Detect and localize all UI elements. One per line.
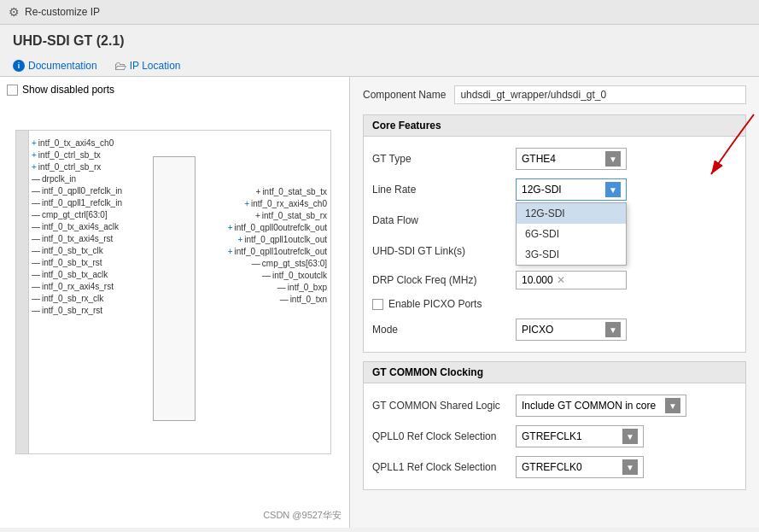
minus-icon: —: [32, 294, 40, 303]
mode-value: PICXO: [522, 324, 602, 336]
minus-icon: —: [280, 295, 289, 304]
list-item: intf_0_stat_sb_rx +: [252, 210, 330, 221]
gt-type-label: GT Type: [372, 153, 509, 165]
qpll1-select[interactable]: GTREFCLK0 ▼: [516, 456, 644, 478]
plus-icon: +: [237, 235, 242, 244]
plus-icon: +: [32, 150, 37, 160]
dropdown-item-6g[interactable]: 6G-SDI: [517, 224, 626, 244]
list-item: — cmp_gt_ctrl[63:0]: [28, 209, 126, 220]
list-item: + intf_0_ctrl_sb_rx: [28, 161, 126, 172]
title-bar: ⚙ Re-customize IP: [0, 0, 759, 25]
gt-type-arrow-icon: ▼: [605, 151, 621, 167]
list-item: cmp_gt_sts[63:0] —: [248, 258, 330, 269]
qpll0-value: GTREFCLK1: [522, 430, 619, 442]
minus-icon: —: [252, 259, 260, 268]
gt-type-value: GTHE4: [522, 153, 602, 165]
minus-icon: —: [32, 306, 40, 315]
minus-icon: —: [32, 234, 40, 243]
dropdown-item-3g[interactable]: 3G-SDI: [517, 244, 626, 265]
list-item: intf_0_qpll1outrefclk_out +: [225, 246, 330, 257]
line-rate-label: Line Rate: [372, 184, 509, 196]
title-bar-label: Re-customize IP: [25, 6, 100, 18]
list-item: — intf_0_tx_axi4s_aclk: [28, 221, 126, 232]
line-rate-row: Line Rate 12G-SDI ▼ 12G-SDI 6G-SDI 3G-SD…: [372, 174, 737, 205]
enable-picxo-row: Enable PICXO Ports: [372, 294, 737, 314]
component-name-input[interactable]: [454, 85, 746, 104]
gt-type-row: GT Type GTHE4 ▼: [372, 143, 737, 174]
plus-icon: +: [32, 138, 37, 148]
info-icon: i: [13, 60, 25, 72]
list-item: + intf_0_ctrl_sb_tx: [28, 149, 126, 161]
gt-type-select-container: GTHE4 ▼: [516, 148, 627, 170]
tab-ip-location-label: IP Location: [130, 60, 181, 72]
right-panel: Component Name Core Features GT Type GTH…: [350, 77, 759, 528]
tab-ip-location[interactable]: 🗁 IP Location: [114, 59, 181, 73]
schematic-area: + intf_0_tx_axi4s_ch0 + intf_0_ctrl_sb_t…: [15, 130, 331, 454]
shared-logic-arrow-icon: ▼: [665, 398, 680, 413]
shared-logic-value: Include GT COMMON in core: [522, 400, 662, 412]
list-item: — intf_0_sb_tx_clk: [28, 245, 126, 256]
component-name-row: Component Name: [363, 85, 746, 104]
line-rate-dropdown: 12G-SDI 6G-SDI 3G-SDI: [516, 202, 627, 266]
minus-icon: —: [32, 186, 40, 196]
tab-documentation[interactable]: i Documentation: [13, 60, 97, 72]
recustomize-icon: ⚙: [9, 5, 20, 19]
qpll0-row: QPLL0 Ref Clock Selection GTREFCLK1 ▼: [372, 421, 737, 452]
qpll1-label: QPLL1 Ref Clock Selection: [372, 461, 509, 473]
drp-clock-row: DRP Clock Freq (MHz) 10.000 ✕: [372, 266, 737, 294]
gt-type-select[interactable]: GTHE4 ▼: [516, 148, 627, 170]
plus-icon: +: [228, 223, 233, 232]
line-rate-value: 12G-SDI: [522, 184, 602, 196]
plus-icon: +: [32, 162, 37, 172]
minus-icon: —: [32, 198, 40, 208]
shared-logic-select[interactable]: Include GT COMMON in core ▼: [516, 395, 686, 417]
show-disabled-ports-label: Show disabled ports: [22, 84, 114, 96]
mode-select[interactable]: PICXO ▼: [516, 319, 627, 341]
list-item: intf_0_rx_axi4s_ch0 +: [241, 198, 330, 209]
line-rate-select[interactable]: 12G-SDI ▼: [516, 178, 627, 201]
qpll0-select[interactable]: GTREFCLK1 ▼: [516, 425, 644, 447]
list-item: — intf_0_rx_axi4s_rst: [28, 281, 126, 292]
list-item: intf_0_txn —: [277, 294, 330, 305]
tab-documentation-label: Documentation: [28, 60, 97, 72]
minus-icon: +: [255, 211, 260, 220]
list-item: intf_0_stat_sb_tx +: [253, 186, 330, 197]
plus-icon: +: [244, 199, 249, 208]
drp-clock-clear-icon[interactable]: ✕: [557, 274, 565, 286]
drp-clock-label: DRP Clock Freq (MHz): [372, 274, 509, 286]
gt-common-header: GT COMMON Clocking: [364, 362, 745, 383]
minus-icon: —: [32, 210, 40, 219]
minus-icon: —: [32, 270, 40, 279]
minus-icon: —: [32, 258, 40, 267]
shared-logic-row: GT COMMON Shared Logic Include GT COMMON…: [372, 390, 737, 421]
nav-tabs: i Documentation 🗁 IP Location: [0, 56, 759, 77]
qpll1-value: GTREFCLK0: [522, 461, 619, 473]
enable-picxo-label: Enable PICXO Ports: [388, 298, 482, 310]
enable-picxo-checkbox[interactable]: [372, 299, 383, 310]
core-features-body: GT Type GTHE4 ▼ Line Rate 12G-SDI: [364, 137, 745, 352]
minus-icon: —: [262, 271, 271, 280]
show-disabled-checkbox[interactable]: [7, 85, 18, 96]
list-item: — intf_0_qpll1_refclk_in: [28, 197, 126, 208]
minus-icon: —: [32, 282, 40, 291]
list-item: intf_0_txoutclk —: [259, 270, 330, 281]
folder-icon: 🗁: [114, 59, 126, 73]
minus-icon: —: [32, 174, 40, 184]
list-item: — intf_0_sb_rx_rst: [28, 305, 126, 316]
qpll1-arrow-icon: ▼: [622, 459, 638, 475]
qpll1-row: QPLL1 Ref Clock Selection GTREFCLK0 ▼: [372, 452, 737, 482]
show-disabled-ports-row: Show disabled ports: [7, 84, 342, 96]
dropdown-item-12g[interactable]: 12G-SDI: [517, 203, 626, 224]
gt-common-body: GT COMMON Shared Logic Include GT COMMON…: [364, 383, 745, 489]
minus-icon: +: [256, 187, 261, 196]
mode-label: Mode: [372, 324, 509, 336]
list-item: — intf_0_sb_rx_clk: [28, 293, 126, 304]
core-features-header: Core Features: [364, 115, 745, 137]
mode-row: Mode PICXO ▼: [372, 314, 737, 345]
list-item: — drpclk_in: [28, 173, 126, 184]
component-name-label: Component Name: [363, 89, 446, 101]
watermark: CSDN @9527华安: [260, 507, 345, 523]
left-panel: Show disabled ports + intf_0_tx_axi4s_ch…: [0, 77, 350, 528]
list-item: — intf_0_tx_axi4s_rst: [28, 233, 126, 244]
line-rate-select-container: 12G-SDI ▼ 12G-SDI 6G-SDI 3G-SDI: [516, 178, 627, 201]
